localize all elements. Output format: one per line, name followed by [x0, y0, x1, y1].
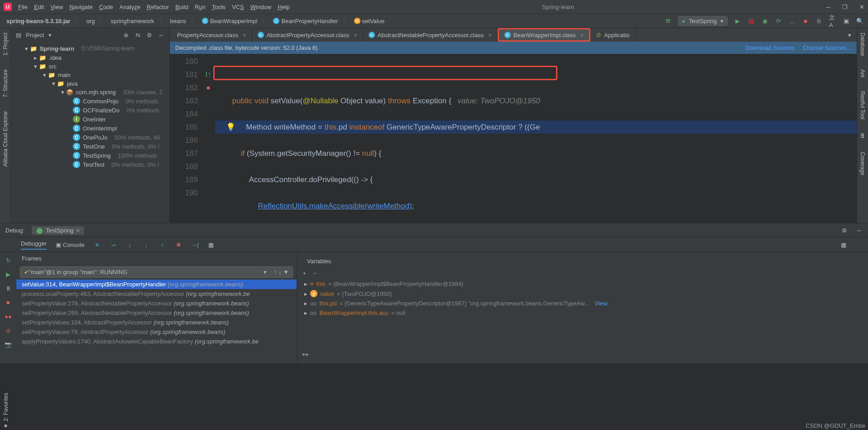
menu-view[interactable]: View: [50, 4, 63, 10]
step-into-icon[interactable]: ↓: [126, 241, 133, 248]
tab-application[interactable]: ⚙Applicatio: [590, 28, 635, 42]
run-to-cursor-icon[interactable]: →|: [191, 241, 198, 248]
menu-vcs[interactable]: VCS: [232, 4, 244, 10]
crumb-inner[interactable]: CBeanPropertyHandler〉: [271, 17, 350, 25]
step-out-icon[interactable]: ↑: [158, 241, 166, 248]
menu-window[interactable]: Window: [250, 4, 271, 10]
resume-icon[interactable]: ▶: [6, 271, 10, 278]
search-icon[interactable]: 🔍: [856, 17, 863, 24]
menu-edit[interactable]: Edit: [34, 4, 44, 10]
favorites-tool[interactable]: ★ 2: Favorites: [3, 393, 9, 429]
hide-icon[interactable]: ─: [855, 227, 863, 234]
var-row[interactable]: ▸ ≡ this = {BeanWrapperImpl$BeanProperty…: [302, 279, 863, 289]
step-over-icon[interactable]: ⤻: [110, 241, 117, 248]
hammer-icon[interactable]: ⚒: [664, 17, 671, 24]
git-icon[interactable]: ⎘: [815, 17, 823, 24]
translate-icon[interactable]: 文A: [829, 17, 836, 24]
minimize-icon[interactable]: ─: [826, 4, 830, 10]
download-sources-link[interactable]: Download Sources: [745, 44, 795, 51]
frame-row[interactable]: processLocalProperty:463, AbstractNestab…: [16, 289, 297, 299]
frame-row[interactable]: setValue:314, BeanWrapperImpl$BeanProper…: [16, 280, 297, 289]
hide-icon[interactable]: ─: [158, 31, 165, 39]
frame-row[interactable]: applyPropertyValues:1740, AbstractAutowi…: [16, 337, 297, 346]
gear-icon[interactable]: ⚙: [146, 31, 153, 39]
code-editor[interactable]: 180181182 183184185 186187188 189190 I↑ …: [170, 54, 857, 223]
frames-list[interactable]: setValue:314, BeanWrapperImpl$BeanProper…: [16, 280, 297, 346]
close-icon[interactable]: ×: [354, 32, 358, 39]
project-tree[interactable]: ▾ 📁Spring-learn D:\代码\Spring-learn ▸ 📁.i…: [11, 42, 169, 171]
new-watch-icon[interactable]: ＋: [302, 269, 307, 277]
var-row[interactable]: ▸ oo this.pd = {GenericTypeAwareProperty…: [302, 299, 863, 308]
menu-analyze[interactable]: Analyze: [120, 4, 140, 10]
tabs-dropdown-icon[interactable]: ▾: [844, 32, 855, 39]
menu-help[interactable]: Help: [278, 4, 290, 10]
crumb-sf[interactable]: springframework〉: [109, 17, 166, 25]
debug-icon[interactable]: 🐞: [748, 17, 755, 24]
force-step-into-icon[interactable]: ↓: [142, 241, 149, 248]
menu-navigate[interactable]: Navigate: [69, 4, 92, 10]
profiler-icon[interactable]: ⟳: [775, 17, 782, 24]
menu-tools[interactable]: Tools: [212, 4, 225, 10]
tool-alibaba[interactable]: Alibaba Cloud Explorer: [2, 111, 9, 167]
remove-watch-icon[interactable]: －: [312, 269, 318, 277]
override-icon[interactable]: I↑: [205, 68, 211, 81]
tab-abstractpa[interactable]: CAbstractPropertyAccessor.class×: [252, 28, 363, 42]
tool-project[interactable]: 1: Project: [2, 33, 9, 56]
menu-refactor[interactable]: Refactor: [147, 4, 169, 10]
tool-maven[interactable]: m: [859, 133, 866, 138]
mute-bp-icon[interactable]: ⊘: [6, 327, 11, 334]
layout-icon[interactable]: ▣: [843, 17, 850, 24]
maximize-icon[interactable]: ❐: [842, 4, 848, 10]
close-icon[interactable]: ×: [488, 32, 492, 39]
debug-session-tab[interactable]: ⬤TestSpring ×: [32, 226, 84, 235]
menu-run[interactable]: Run: [195, 4, 206, 10]
crumb-jar[interactable]: spring-beans-5.3.10.jar〉: [5, 17, 83, 25]
pause-icon[interactable]: ⏸: [5, 285, 11, 292]
thread-selector[interactable]: ✔ "main"@1 in group "main": RUNNING▾ ↑ ↓…: [20, 266, 293, 278]
menu-build[interactable]: Build: [175, 4, 188, 10]
breakpoint-icon[interactable]: ●: [206, 81, 211, 94]
tab-propertyaccessor[interactable]: PropertyAccessor.class×: [172, 28, 252, 42]
tab-abstractnpa[interactable]: CAbstractNestablePropertyAccessor.class×: [363, 28, 498, 42]
tool-restful[interactable]: Restful Tool: [859, 91, 866, 119]
crumb-beans[interactable]: beans〉: [168, 17, 198, 25]
tool-database[interactable]: Database: [859, 33, 866, 56]
menu-file[interactable]: File: [18, 4, 28, 10]
crumb-method[interactable]: msetValue: [352, 18, 387, 24]
frame-row[interactable]: setPropertyValue:269, AbstractNestablePr…: [16, 308, 297, 318]
show-exec-icon[interactable]: ≡: [93, 241, 101, 248]
choose-sources-link[interactable]: Choose Sources...: [803, 44, 851, 51]
layout-settings-icon[interactable]: ▦: [840, 241, 847, 248]
close-icon[interactable]: ✕: [859, 4, 864, 10]
eval-icon[interactable]: ▦: [207, 241, 215, 248]
tool-coverage[interactable]: Coverage: [859, 152, 866, 175]
drop-frame-icon[interactable]: ✖: [175, 241, 182, 248]
coverage-icon[interactable]: ◉: [761, 17, 768, 24]
frame-row[interactable]: setPropertyValues:104, AbstractPropertyA…: [16, 318, 297, 327]
close-icon[interactable]: ×: [243, 32, 246, 39]
var-row[interactable]: ▸ oo BeanWrapperImpl.this.acc = null: [302, 308, 863, 318]
crumb-org[interactable]: org〉: [85, 17, 107, 25]
camera-icon[interactable]: 📷: [5, 341, 12, 348]
frame-row[interactable]: setPropertyValue:278, AbstractNestablePr…: [16, 299, 297, 308]
console-tab[interactable]: ▣ Console: [56, 242, 84, 248]
run-icon[interactable]: ▶: [734, 17, 741, 24]
expand-icon[interactable]: ⇆: [134, 31, 141, 39]
stop-icon[interactable]: ■: [6, 299, 10, 306]
tab-beanwrapperimpl[interactable]: CBeanWrapperImpl.class×: [498, 28, 590, 42]
rerun-icon[interactable]: ↻: [6, 257, 11, 264]
var-row[interactable]: ▸ p value = {TwoPOJO@1950}: [302, 289, 863, 299]
close-icon[interactable]: ×: [580, 32, 584, 39]
glasses-icon[interactable]: 👓: [302, 351, 309, 358]
vars-list[interactable]: ▸ ≡ this = {BeanWrapperImpl$BeanProperty…: [302, 279, 863, 318]
project-panel-title[interactable]: Project: [26, 32, 44, 39]
stop-icon[interactable]: ■: [802, 17, 809, 24]
debugger-tab[interactable]: Debugger: [21, 240, 47, 250]
attach-icon[interactable]: …: [788, 17, 796, 24]
locate-icon[interactable]: ⊕: [122, 31, 129, 39]
crumb-class[interactable]: CBeanWrapperImpl〉: [200, 17, 270, 25]
frame-row[interactable]: setPropertyValues:79, AbstractPropertyAc…: [16, 327, 297, 337]
tool-ant[interactable]: Ant: [859, 69, 866, 77]
breakpoints-icon[interactable]: ●●: [5, 313, 12, 320]
tool-structure[interactable]: 7: Structure: [2, 69, 9, 97]
